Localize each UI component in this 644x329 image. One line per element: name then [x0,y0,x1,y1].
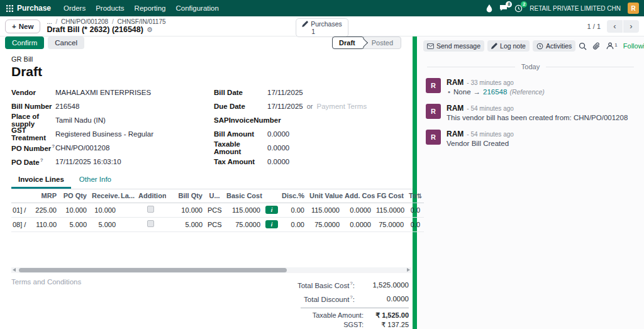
col-total[interactable]: To⇅ [408,189,424,203]
info-icon[interactable]: i [265,220,278,228]
bill-number-field[interactable]: 216548 [55,103,79,110]
menu-orders[interactable]: Orders [58,4,91,12]
search-icon[interactable] [579,42,587,50]
pager-next-icon[interactable]: › [623,20,639,33]
cell-fg-cost[interactable]: 75.0000 [375,217,408,231]
cell-product[interactable]: 08] / [11,217,29,231]
following-toggle[interactable]: Following [623,42,644,50]
col-bill-qty[interactable]: Bill Qty [166,189,206,203]
po-number-field[interactable]: CHN/PO/001208 [55,144,109,152]
form-body: GR Bill Draft VendorMAHALAXMI ENTERPRISE… [0,49,413,329]
company-switcher[interactable]: RETAIL PRIVATE LIMITED CHN [530,5,621,12]
cell-received-qty[interactable]: 5.000 [91,217,119,231]
apps-grid-icon[interactable] [6,5,13,12]
cell-total[interactable]: 0.0 [408,217,424,231]
cancel-button[interactable]: Cancel [48,36,84,49]
additional-checkbox[interactable] [147,220,154,227]
cell-unit-value[interactable]: 115.0000 [308,203,343,217]
activities-button[interactable]: Activities [533,40,575,52]
tab-invoice-lines[interactable]: Invoice Lines [11,172,71,189]
menu-reporting[interactable]: Reporting [130,4,171,12]
menu-products[interactable]: Products [91,4,129,12]
breadcrumb-invoice[interactable]: CHNSF/IN/01175 [117,18,165,25]
menu-configuration[interactable]: Configuration [170,4,223,12]
col-unit-value[interactable]: Unit Value [308,189,343,203]
cell-unit-value[interactable]: 75.0000 [308,217,343,231]
cell-mrp[interactable]: 110.00 [29,217,60,231]
tax-amount-field[interactable]: 0.0000 [267,158,289,165]
message-time: - 33 minutes ago [467,79,514,86]
pencil-icon [302,21,308,27]
horizontal-scrollbar[interactable] [11,267,411,273]
paperclip-icon[interactable] [592,42,601,50]
cell-po-qty[interactable]: 10.000 [60,203,91,217]
messages-icon[interactable]: 8 [499,4,508,12]
reference-link[interactable]: 216548 [483,88,507,96]
due-date-field[interactable]: 17/11/2025 [267,103,303,110]
pager-previous-icon[interactable]: ‹ [607,20,623,33]
send-message-button[interactable]: Send message [423,40,484,52]
log-note-button[interactable]: Log note [487,40,530,52]
col-po-qty[interactable]: PO Qty [60,189,91,203]
cell-la[interactable] [119,203,137,217]
user-avatar[interactable]: R [628,3,639,14]
cell-fg-cost[interactable]: 115.0000 [375,203,408,217]
col-product[interactable] [11,189,29,203]
droplet-icon[interactable] [486,4,492,13]
gear-icon[interactable]: ⚙ [147,26,153,34]
document-state-title: Draft [11,64,413,79]
bill-amount-field[interactable]: 0.0000 [267,130,289,138]
payment-terms-field[interactable]: Payment Terms [316,103,367,110]
breadcrumb-po[interactable]: CHN/PO/001208 [61,18,108,25]
col-additional[interactable]: Addition... [137,189,166,203]
col-add-cost[interactable]: Add. Cost [343,189,375,203]
cell-mrp[interactable]: 225.00 [29,203,60,217]
new-button[interactable]: + New [5,20,40,33]
cell-total[interactable]: 0.0 [408,203,424,217]
col-received-qty[interactable]: Receive... [91,189,119,203]
cell-uom[interactable]: PCS [206,203,225,217]
cell-uom[interactable]: PCS [206,217,225,231]
confirm-button[interactable]: Confirm [5,36,44,49]
followers-icon[interactable]: 1 [606,42,617,50]
col-disc[interactable]: Disc.% [280,189,308,203]
info-icon[interactable]: i [265,206,278,214]
cell-bill-qty[interactable]: 5.000 [166,217,206,231]
breadcrumb-ellipsis[interactable]: ... [47,18,52,25]
gst-treatment-field[interactable]: Registered Business - Regular [55,130,153,138]
purchases-smart-button[interactable]: Purchases 1 [296,18,348,37]
app-name[interactable]: Purchase [17,4,51,13]
col-mrp[interactable]: MRP [29,189,60,203]
cell-la[interactable] [119,217,137,231]
cell-add-cost[interactable]: 0.0000 [343,217,375,231]
cell-disc[interactable]: 0.00 [280,217,308,231]
po-date-field[interactable]: 17/11/2025 16:03:10 [55,158,121,165]
col-la[interactable]: La... [119,189,137,203]
state-draft[interactable]: Draft [332,36,364,49]
state-posted[interactable]: Posted [364,37,401,48]
col-uom[interactable]: U... [206,189,225,203]
cell-bill-qty[interactable]: 10.000 [166,203,206,217]
cell-received-qty[interactable]: 10.000 [91,203,119,217]
taxable-amount-field[interactable]: 0.0000 [267,144,289,152]
activities-clock-icon[interactable]: 2 [514,4,523,13]
bill-date-field[interactable]: 17/11/2025 [267,89,303,96]
scroll-right-icon[interactable] [407,268,410,272]
tab-other-info[interactable]: Other Info [72,172,118,189]
terms-and-conditions-field[interactable]: Terms and Conditions [11,278,81,329]
cell-product[interactable]: 01] / [11,203,29,217]
col-fg-cost[interactable]: FG Cost [375,189,408,203]
cell-basic-cost[interactable]: 75.0000 [225,217,264,231]
place-of-supply-field[interactable]: Tamil Nadu (IN) [55,116,106,124]
vendor-field[interactable]: MAHALAXMI ENTERPRISES [55,89,151,96]
cell-po-qty[interactable]: 5.000 [60,217,91,231]
cell-add-cost[interactable]: 0.0000 [343,203,375,217]
cell-disc[interactable]: 0.00 [280,203,308,217]
cell-basic-cost[interactable]: 115.0000 [225,203,264,217]
col-basic-cost[interactable]: Basic Cost [225,189,264,203]
scroll-left-icon[interactable] [13,268,16,272]
form-scrollbar[interactable] [413,36,417,329]
sort-columns-icon[interactable]: ⇅ [417,192,422,199]
additional-checkbox[interactable] [147,206,154,213]
scrollbar-thumb[interactable] [19,268,287,272]
